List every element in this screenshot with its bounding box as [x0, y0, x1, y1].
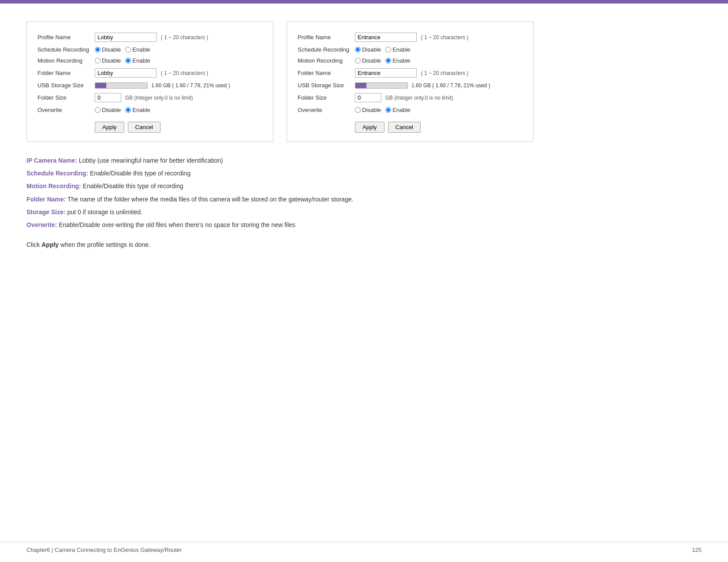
desc-text-5: Enable/Disable over-writing the old file… — [59, 221, 295, 228]
schedule-recording-enable-label-2[interactable]: Enable — [385, 46, 410, 53]
profile-name-row-1: Profile Name ( 1 ~ 20 characters ) — [36, 30, 262, 44]
schedule-recording-disable-radio-1[interactable] — [95, 47, 101, 52]
panel1-form: Profile Name ( 1 ~ 20 characters ) Sched… — [36, 30, 262, 115]
storage-bar-container-2: 1.60 GB ( 1.60 / 7.78, 21% used ) — [355, 82, 520, 89]
desc-item-4: Storage Size: put 0 if storage is unlimi… — [26, 207, 702, 218]
overwrite-enable-label-1[interactable]: Enable — [125, 107, 150, 113]
main-content: Profile Name ( 1 ~ 20 characters ) Sched… — [0, 4, 728, 261]
folder-name-hint-1: ( 1 ~ 20 characters ) — [161, 70, 209, 76]
folder-size-input-2[interactable] — [355, 93, 381, 102]
profile-name-input-2[interactable] — [355, 33, 417, 42]
overwrite-disable-label-2[interactable]: Disable — [355, 107, 381, 113]
schedule-recording-disable-label-1[interactable]: Disable — [95, 46, 121, 53]
motion-recording-value-cell-2: Disable Enable — [353, 55, 522, 66]
folder-size-hint-1: GB (Integer only.0 is no limit) — [125, 95, 193, 101]
folder-name-row-2: Folder Name ( 1 ~ 20 characters ) — [296, 66, 522, 80]
usb-storage-label-2: USB Storage Size — [296, 80, 353, 91]
panel-entrance: Profile Name ( 1 ~ 20 characters ) Sched… — [287, 21, 534, 142]
schedule-recording-enable-radio-1[interactable] — [125, 47, 131, 52]
schedule-recording-label-1: Schedule Recording — [36, 44, 93, 55]
folder-size-hint-2: GB (Integer only.0 is no limit) — [385, 95, 453, 101]
panel-lobby: Profile Name ( 1 ~ 20 characters ) Sched… — [26, 21, 273, 142]
button-row-2: Apply Cancel — [296, 122, 522, 133]
overwrite-enable-radio-2[interactable] — [385, 107, 391, 113]
folder-name-hint-2: ( 1 ~ 20 characters ) — [421, 70, 469, 76]
storage-bar-2 — [355, 82, 408, 89]
schedule-recording-row-2: Schedule Recording Disable Enable — [296, 44, 522, 55]
motion-recording-radio-group-2: Disable Enable — [355, 57, 520, 64]
overwrite-disable-radio-1[interactable] — [95, 107, 101, 113]
click-note-suffix: when the profile settings is done. — [59, 241, 150, 248]
motion-recording-value-cell-1: Disable Enable — [93, 55, 262, 66]
motion-recording-enable-label-1[interactable]: Enable — [125, 57, 150, 64]
apply-button-2[interactable]: Apply — [355, 122, 385, 133]
folder-name-value-cell-1: ( 1 ~ 20 characters ) — [93, 66, 262, 80]
button-row-1: Apply Cancel — [36, 122, 262, 133]
schedule-recording-value-cell-2: Disable Enable — [353, 44, 522, 55]
schedule-recording-disable-label-2[interactable]: Disable — [355, 46, 381, 53]
description-section: IP Camera Name: Lobby (use meaningful na… — [26, 155, 702, 231]
schedule-recording-row-1: Schedule Recording Disable Enable — [36, 44, 262, 55]
folder-size-row-1: Folder Size GB (Integer only.0 is no lim… — [36, 91, 262, 104]
apply-button-1[interactable]: Apply — [95, 122, 124, 133]
overwrite-enable-label-2[interactable]: Enable — [385, 107, 410, 113]
schedule-recording-enable-label-1[interactable]: Enable — [125, 46, 150, 53]
folder-size-input-1[interactable] — [95, 93, 121, 102]
desc-text-3: The name of the folder where the media f… — [67, 196, 353, 203]
overwrite-enable-radio-1[interactable] — [125, 107, 131, 113]
overwrite-label-2: Overwrite — [296, 104, 353, 115]
desc-item-0: IP Camera Name: Lobby (use meaningful na… — [26, 155, 702, 166]
folder-size-value-cell-1: GB (Integer only.0 is no limit) — [93, 91, 262, 104]
folder-size-row-2: Folder Size GB (Integer only.0 is no lim… — [296, 91, 522, 104]
overwrite-radio-group-2: Disable Enable — [355, 107, 520, 113]
motion-recording-enable-radio-2[interactable] — [385, 58, 391, 63]
motion-recording-row-1: Motion Recording Disable Enable — [36, 55, 262, 66]
schedule-recording-enable-radio-2[interactable] — [385, 47, 391, 52]
motion-recording-label-1: Motion Recording — [36, 55, 93, 66]
overwrite-radio-group-1: Disable Enable — [95, 107, 260, 113]
desc-item-5: Overwrite: Enable/Disable over-writing t… — [26, 220, 702, 231]
desc-text-0: Lobby (use meaningful name for better id… — [79, 157, 223, 164]
profile-name-value-cell-2: ( 1 ~ 20 characters ) — [353, 30, 522, 44]
folder-name-row-1: Folder Name ( 1 ~ 20 characters ) — [36, 66, 262, 80]
desc-text-2: Enable/Disable this type of recording — [83, 182, 183, 190]
desc-label-5: Overwrite: — [26, 221, 57, 228]
overwrite-disable-label-1[interactable]: Disable — [95, 107, 121, 113]
profile-name-label-1: Profile Name — [36, 30, 93, 44]
desc-item-1: Schedule Recording: Enable/Disable this … — [26, 168, 702, 179]
click-note-bold: Apply — [41, 241, 59, 248]
panels-row: Profile Name ( 1 ~ 20 characters ) Sched… — [26, 21, 702, 142]
schedule-recording-label-2: Schedule Recording — [296, 44, 353, 55]
usb-storage-label-1: USB Storage Size — [36, 80, 93, 91]
profile-name-hint-1: ( 1 ~ 20 characters ) — [161, 34, 209, 41]
usb-storage-row-2: USB Storage Size 1.60 GB ( 1.60 / 7.78, … — [296, 80, 522, 91]
profile-name-value-cell-1: ( 1 ~ 20 characters ) — [93, 30, 262, 44]
folder-name-input-1[interactable] — [95, 68, 157, 78]
motion-recording-label-2: Motion Recording — [296, 55, 353, 66]
overwrite-label-1: Overwrite — [36, 104, 93, 115]
schedule-recording-value-cell-1: Disable Enable — [93, 44, 262, 55]
desc-text-4: put 0 if storage is unlimited. — [67, 208, 142, 216]
motion-recording-enable-label-2[interactable]: Enable — [385, 57, 410, 64]
motion-recording-enable-radio-1[interactable] — [125, 58, 131, 63]
folder-name-input-2[interactable] — [355, 68, 417, 78]
profile-name-hint-2: ( 1 ~ 20 characters ) — [421, 34, 469, 41]
cancel-button-2[interactable]: Cancel — [388, 122, 421, 133]
motion-recording-disable-radio-2[interactable] — [355, 58, 361, 63]
top-bar — [0, 0, 728, 4]
schedule-recording-disable-radio-2[interactable] — [355, 47, 361, 52]
motion-recording-disable-radio-1[interactable] — [95, 58, 101, 63]
desc-item-3: Folder Name: The name of the folder wher… — [26, 194, 702, 205]
footer-right: 125 — [692, 547, 702, 553]
desc-text-1: Enable/Disable this type of recording — [90, 170, 190, 177]
motion-recording-disable-label-1[interactable]: Disable — [95, 57, 121, 64]
motion-recording-disable-label-2[interactable]: Disable — [355, 57, 381, 64]
cancel-button-1[interactable]: Cancel — [128, 122, 161, 133]
schedule-recording-radio-group-2: Disable Enable — [355, 46, 520, 53]
footer-left: Chapter6 | Camera Connecting to EnGenius… — [26, 547, 182, 553]
profile-name-row-2: Profile Name ( 1 ~ 20 characters ) — [296, 30, 522, 44]
overwrite-disable-radio-2[interactable] — [355, 107, 361, 113]
profile-name-input-1[interactable] — [95, 33, 157, 42]
folder-name-label-2: Folder Name — [296, 66, 353, 80]
desc-label-0: IP Camera Name: — [26, 157, 77, 164]
